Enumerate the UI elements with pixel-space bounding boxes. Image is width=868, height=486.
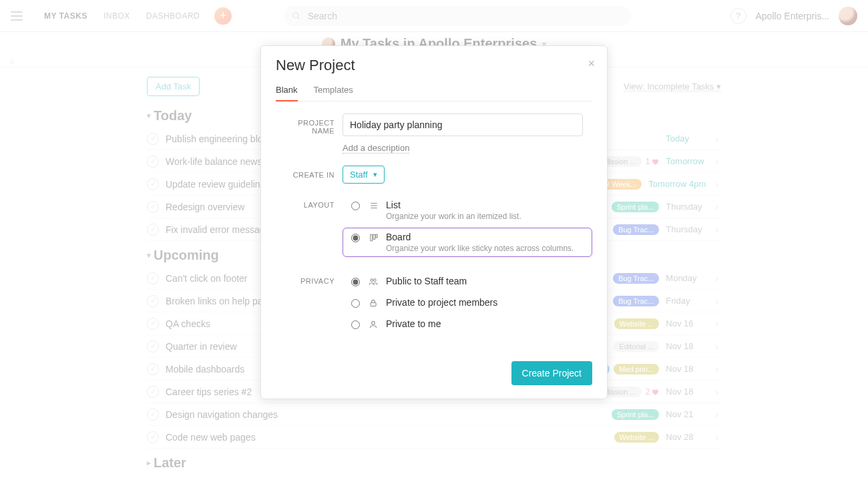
row-layout: LAYOUT ListOrganize your work in an item…	[276, 196, 592, 260]
add-description-link[interactable]: Add a description	[343, 143, 409, 154]
row-create-in: CREATE IN Staff ▾	[276, 166, 592, 184]
person-icon	[369, 320, 379, 329]
chevron-down-icon: ▾	[373, 170, 377, 179]
modal-body: PROJECT NAME Add a description CREATE IN…	[261, 101, 607, 352]
svg-rect-5	[371, 234, 373, 240]
tab-templates[interactable]: Templates	[314, 81, 353, 101]
layout-option-list[interactable]: ListOrganize your work in an itemized li…	[343, 196, 592, 225]
privacy-radio[interactable]	[351, 320, 360, 329]
project-name-input[interactable]	[343, 113, 583, 136]
svg-rect-7	[376, 234, 377, 238]
close-icon[interactable]: ×	[588, 57, 595, 71]
label-project-name: PROJECT NAME	[276, 113, 343, 135]
privacy-radio[interactable]	[351, 278, 360, 286]
list-icon	[369, 201, 379, 212]
modal-header: New Project × Blank Templates	[261, 46, 607, 101]
option-text: Public to Staff team	[386, 276, 467, 286]
layout-radio[interactable]	[351, 202, 360, 210]
privacy-radio[interactable]	[351, 299, 360, 308]
modal-title: New Project	[276, 57, 592, 74]
row-privacy: PRIVACY Public to Staff teamPrivate to p…	[276, 272, 592, 336]
privacy-option[interactable]: Public to Staff team	[343, 272, 592, 290]
lock-icon	[369, 298, 379, 308]
tab-blank[interactable]: Blank	[276, 81, 298, 101]
option-text: Private to me	[386, 318, 441, 329]
svg-point-9	[374, 279, 377, 282]
create-in-select[interactable]: Staff ▾	[343, 166, 385, 184]
create-project-button[interactable]: Create Project	[511, 361, 592, 385]
create-in-value: Staff	[350, 170, 368, 180]
privacy-option[interactable]: Private to project members	[343, 293, 592, 312]
svg-point-8	[371, 279, 373, 282]
people-icon	[369, 277, 379, 286]
layout-radio[interactable]	[351, 234, 360, 242]
option-text: ListOrganize your work in an itemized li…	[386, 200, 521, 221]
label-create-in: CREATE IN	[276, 166, 343, 179]
new-project-modal: New Project × Blank Templates PROJECT NA…	[260, 45, 608, 399]
label-layout: LAYOUT	[276, 196, 343, 209]
modal-tabs: Blank Templates	[276, 81, 592, 101]
board-icon	[369, 233, 379, 244]
option-text: BoardOrganize your work like sticky note…	[386, 232, 574, 253]
row-project-name: PROJECT NAME Add a description	[276, 113, 592, 154]
modal-footer: Create Project	[261, 352, 607, 399]
label-privacy: PRIVACY	[276, 272, 343, 285]
privacy-option[interactable]: Private to me	[343, 314, 592, 333]
svg-rect-6	[373, 234, 375, 239]
layout-option-board[interactable]: BoardOrganize your work like sticky note…	[343, 228, 592, 257]
svg-point-11	[372, 321, 375, 324]
option-text: Private to project members	[386, 297, 497, 308]
svg-rect-10	[371, 302, 376, 306]
